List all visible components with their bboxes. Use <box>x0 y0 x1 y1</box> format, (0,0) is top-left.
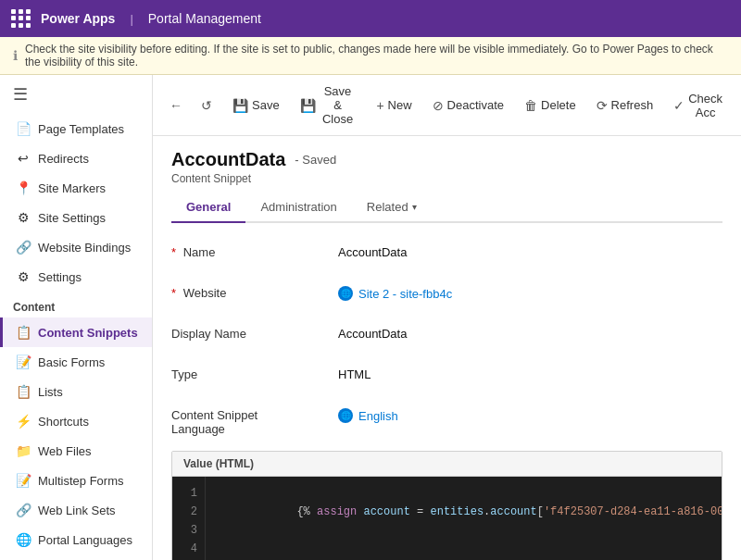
flag-icon: 🌐 <box>338 408 353 423</box>
content-area: ← ↺ 💾 Save 💾 Save & Close + New ⊘ Deacti… <box>153 75 741 560</box>
content-section-label: Content <box>0 292 152 317</box>
code-line-2: {% if account %} <box>217 540 722 560</box>
delete-icon: 🗑 <box>524 98 537 113</box>
refresh-history-icon: ↺ <box>201 98 212 113</box>
sidebar-item-portal-languages[interactable]: 🌐 Portal Languages <box>0 525 152 554</box>
sidebar-item-web-link-sets[interactable]: 🔗 Web Link Sets <box>0 495 152 525</box>
refresh-history-button[interactable]: ↺ <box>192 94 221 117</box>
line-num-2: 2 <box>172 503 205 521</box>
tabs: General Administration Related ▾ <box>171 193 722 223</box>
sidebar-item-content-snippets[interactable]: 📋 Content Snippets <box>0 317 152 347</box>
lists-icon: 📋 <box>16 384 31 399</box>
top-bar: Power Apps | Portal Management <box>0 0 741 37</box>
sidebar-item-basic-forms[interactable]: 📝 Basic Forms <box>0 347 152 377</box>
new-button[interactable]: + New <box>367 94 421 117</box>
field-website-label: * Website <box>171 282 338 300</box>
language-link[interactable]: 🌐 English <box>338 408 398 423</box>
website-link[interactable]: 🌐 Site 2 - site-fbb4c <box>338 286 452 301</box>
back-icon: ← <box>170 98 182 113</box>
sidebar-item-website-bindings[interactable]: 🔗 Website Bindings <box>0 232 152 262</box>
code-editor-header: Value (HTML) <box>172 452 722 477</box>
refresh-icon: ⟳ <box>597 98 608 113</box>
portal-title: Portal Management <box>148 11 261 26</box>
main-layout: ☰ 📄 Page Templates ↩ Redirects 📍 Site Ma… <box>0 75 741 560</box>
info-message: Check the site visibility before editing… <box>25 43 728 68</box>
record-header: AccountData - Saved Content Snippet <box>153 136 741 185</box>
record-title: AccountData <box>171 149 285 170</box>
code-body[interactable]: 1 2 3 4 5 6 {% assign account = entities… <box>172 477 722 560</box>
field-type-value: HTML <box>338 364 370 381</box>
delete-button[interactable]: 🗑 Delete <box>515 94 585 117</box>
sidebar: ☰ 📄 Page Templates ↩ Redirects 📍 Site Ma… <box>0 75 153 560</box>
app-name: Power Apps <box>41 11 115 26</box>
grid-icon[interactable] <box>11 9 30 28</box>
tab-related[interactable]: Related ▾ <box>352 193 432 223</box>
site-settings-icon: ⚙ <box>16 210 31 225</box>
site-markers-icon: 📍 <box>16 180 31 195</box>
field-name-label: * Name <box>171 242 338 259</box>
field-language: Content SnippetLanguage 🌐 English <box>171 404 722 436</box>
web-files-icon: 📁 <box>16 443 31 458</box>
sidebar-item-web-pages[interactable]: 📄 Web Pages <box>0 554 152 560</box>
command-bar: ← ↺ 💾 Save 💾 Save & Close + New ⊘ Deacti… <box>153 75 741 136</box>
line-num-4: 4 <box>172 540 205 558</box>
sidebar-item-site-settings[interactable]: ⚙ Site Settings <box>0 203 152 232</box>
shortcuts-icon: ⚡ <box>16 414 31 429</box>
top-bar-separator: | <box>130 12 132 26</box>
sidebar-item-shortcuts[interactable]: ⚡ Shortcuts <box>0 406 152 436</box>
field-name-value: AccountData <box>338 242 407 259</box>
redirects-icon: ↩ <box>16 151 31 166</box>
code-editor: Value (HTML) 1 2 3 4 5 6 {% assign accou… <box>171 451 722 560</box>
field-type: Type HTML <box>171 364 722 390</box>
code-line-1: {% assign account = entities.account['f4… <box>217 484 722 540</box>
field-display-name-label: Display Name <box>171 323 338 341</box>
check-acc-button[interactable]: ✓ Check Acc <box>664 88 732 123</box>
sidebar-item-redirects[interactable]: ↩ Redirects <box>0 143 152 173</box>
line-numbers: 1 2 3 4 5 6 <box>172 477 206 560</box>
website-bindings-icon: 🔗 <box>16 240 31 255</box>
field-language-label: Content SnippetLanguage <box>171 404 338 436</box>
field-name: * Name AccountData <box>171 242 722 268</box>
required-indicator: * <box>171 245 176 259</box>
sidebar-item-site-markers[interactable]: 📍 Site Markers <box>0 173 152 203</box>
code-lines[interactable]: {% assign account = entities.account['f4… <box>206 477 722 560</box>
sidebar-item-lists[interactable]: 📋 Lists <box>0 377 152 406</box>
form-section: * Name AccountData * Website 🌐 Site 2 - … <box>153 223 741 436</box>
multistep-forms-icon: 📝 <box>16 473 31 488</box>
field-display-name: Display Name AccountData <box>171 323 722 349</box>
deactivate-button[interactable]: ⊘ Deactivate <box>423 94 513 117</box>
deactivate-icon: ⊘ <box>433 98 444 113</box>
sidebar-item-page-templates[interactable]: 📄 Page Templates <box>0 114 152 143</box>
save-close-icon: 💾 <box>300 98 316 113</box>
field-website: * Website 🌐 Site 2 - site-fbb4c <box>171 282 722 308</box>
basic-forms-icon: 📝 <box>16 355 31 369</box>
tab-administration[interactable]: Administration <box>245 193 351 223</box>
check-acc-icon: ✓ <box>673 98 684 113</box>
info-bar: ℹ Check the site visibility before editi… <box>0 37 741 75</box>
sidebar-menu-icon[interactable]: ☰ <box>0 75 152 114</box>
tab-related-chevron: ▾ <box>412 202 417 212</box>
sidebar-item-settings[interactable]: ⚙ Settings <box>0 262 152 292</box>
back-button[interactable]: ← <box>162 94 190 117</box>
save-button[interactable]: 💾 Save <box>223 94 289 117</box>
page-templates-icon: 📄 <box>16 121 31 136</box>
save-icon: 💾 <box>232 98 248 113</box>
content-snippets-icon: 📋 <box>16 325 31 340</box>
web-link-sets-icon: 🔗 <box>16 503 31 517</box>
field-display-name-value: AccountData <box>338 323 407 341</box>
settings-icon: ⚙ <box>16 269 31 284</box>
line-num-3: 3 <box>172 521 205 540</box>
sidebar-item-multistep-forms[interactable]: 📝 Multistep Forms <box>0 466 152 495</box>
record-type: Content Snippet <box>171 172 722 185</box>
field-website-value: 🌐 Site 2 - site-fbb4c <box>338 282 452 301</box>
new-icon: + <box>376 98 383 113</box>
info-icon: ℹ <box>13 48 18 63</box>
field-language-value: 🌐 English <box>338 404 398 423</box>
record-title-row: AccountData - Saved <box>171 149 722 170</box>
refresh-button[interactable]: ⟳ Refresh <box>587 94 663 117</box>
save-close-button[interactable]: 💾 Save & Close <box>291 81 366 130</box>
line-num-1: 1 <box>172 484 205 503</box>
tab-general[interactable]: General <box>171 193 245 223</box>
sidebar-item-web-files[interactable]: 📁 Web Files <box>0 436 152 466</box>
globe-icon: 🌐 <box>338 286 353 301</box>
